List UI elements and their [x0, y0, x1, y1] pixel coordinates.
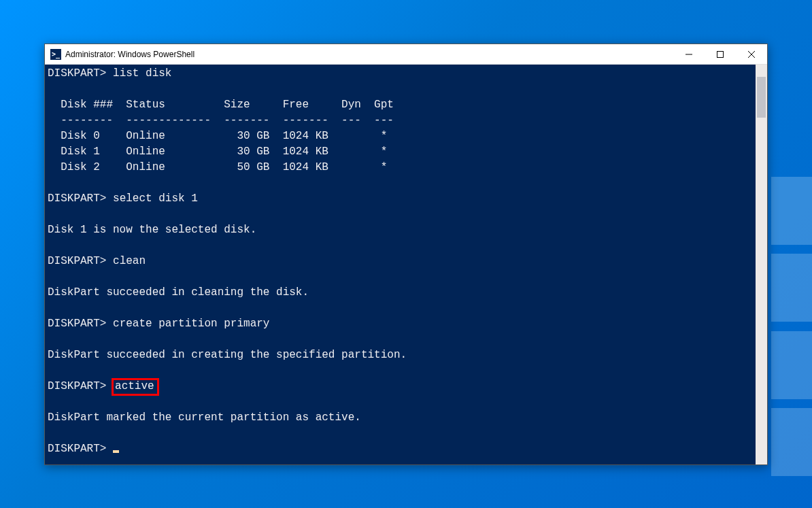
cmd-select-disk: select disk 1 [113, 192, 198, 205]
scrollbar-thumb[interactable] [757, 77, 766, 118]
windows-logo-bars [771, 177, 812, 476]
cursor [113, 450, 119, 453]
disk-table-header: Disk ### Status Size Free Dyn Gpt [48, 99, 394, 111]
prompt: DISKPART> [48, 67, 106, 80]
prompt: DISKPART> [48, 318, 106, 330]
titlebar[interactable]: >_ Administrator: Windows PowerShell [45, 44, 767, 65]
disk-row-2: Disk 2 Online 50 GB 1024 KB * [48, 161, 387, 173]
response-create: DiskPart succeeded in creating the speci… [48, 349, 407, 361]
disk-row-1: Disk 1 Online 30 GB 1024 KB * [48, 146, 387, 158]
cmd-active-highlighted: active [112, 378, 159, 396]
minimize-button[interactable] [673, 44, 705, 65]
powershell-icon: >_ [50, 49, 61, 60]
terminal-output[interactable]: DISKPART> list disk Disk ### Status Size… [45, 65, 756, 464]
disk-table-rule: -------- ------------- ------- ------- -… [48, 114, 394, 126]
svg-rect-1 [717, 51, 724, 57]
maximize-button[interactable] [705, 44, 736, 65]
disk-row-0: Disk 0 Online 30 GB 1024 KB * [48, 130, 387, 142]
response-clean: DiskPart succeeded in cleaning the disk. [48, 286, 309, 299]
cmd-create-partition: create partition primary [113, 318, 269, 330]
cmd-clean: clean [113, 255, 146, 267]
response-active: DiskPart marked the current partition as… [48, 411, 361, 424]
cmd-list-disk: list disk [113, 67, 171, 80]
window-title: Administrator: Windows PowerShell [65, 50, 194, 59]
response-select: Disk 1 is now the selected disk. [48, 224, 256, 236]
powershell-window: >_ Administrator: Windows PowerShell DIS… [44, 44, 768, 465]
prompt: DISKPART> [48, 380, 106, 392]
prompt: DISKPART> [48, 443, 106, 455]
close-button[interactable] [736, 44, 767, 65]
vertical-scrollbar[interactable] [756, 65, 767, 464]
prompt: DISKPART> [48, 192, 106, 205]
prompt: DISKPART> [48, 255, 106, 267]
